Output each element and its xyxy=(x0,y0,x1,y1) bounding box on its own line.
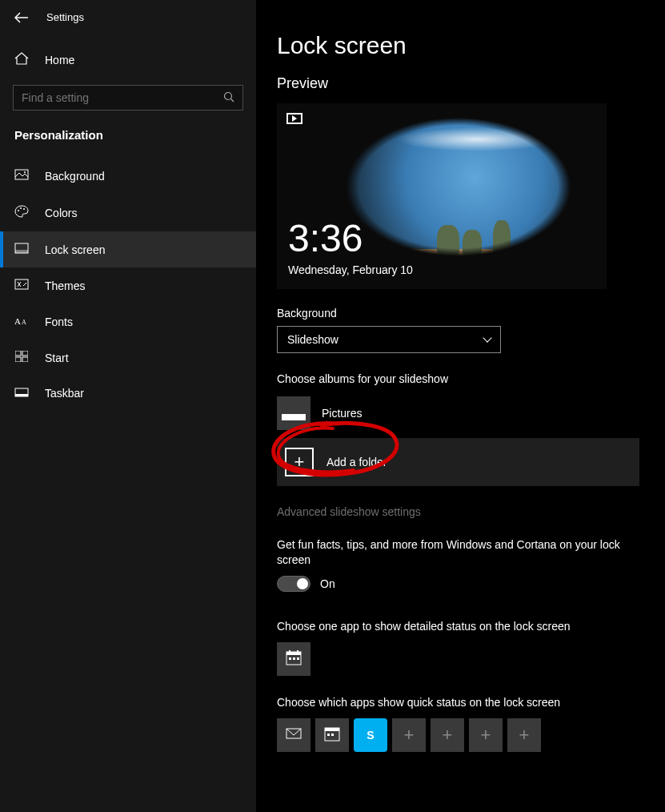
plus-icon: + xyxy=(443,725,453,746)
content-area: Lock screen Preview 3:36 Wednesday, Febr… xyxy=(256,0,665,812)
svg-rect-7 xyxy=(15,250,28,253)
detailed-status-app[interactable] xyxy=(277,642,310,676)
search-input-container[interactable] xyxy=(13,85,243,111)
calendar-icon xyxy=(285,649,302,669)
preview-time: 3:36 xyxy=(288,216,363,260)
sidebar-home[interactable]: Home xyxy=(0,42,256,77)
svg-point-0 xyxy=(225,92,232,99)
tips-label: Get fun facts, tips, and more from Windo… xyxy=(277,537,629,568)
sidebar-item-fonts[interactable]: AA Fonts xyxy=(0,303,256,340)
svg-rect-27 xyxy=(327,734,330,736)
picture-icon xyxy=(14,169,29,183)
add-folder-button[interactable]: + Add a folder xyxy=(277,438,639,486)
taskbar-icon xyxy=(14,387,29,400)
plus-icon: + xyxy=(481,725,491,746)
sidebar-header: Settings xyxy=(0,11,256,38)
background-label: Background xyxy=(277,307,639,320)
sidebar-item-label: Themes xyxy=(45,279,86,292)
detailed-status-label: Choose one app to show detailed status o… xyxy=(277,619,629,634)
preview-heading: Preview xyxy=(277,75,639,92)
lockscreen-preview: 3:36 Wednesday, February 10 xyxy=(277,103,607,289)
quick-status-app-calendar[interactable] xyxy=(315,718,349,752)
preview-date: Wednesday, February 10 xyxy=(288,263,413,276)
svg-text:A: A xyxy=(14,316,21,326)
app-title: Settings xyxy=(46,11,84,23)
svg-point-4 xyxy=(20,207,22,209)
svg-rect-8 xyxy=(15,279,28,289)
plus-icon: + xyxy=(285,448,314,476)
sidebar-section-header: Personalization xyxy=(0,123,256,158)
svg-text:A: A xyxy=(22,319,26,326)
background-dropdown[interactable]: Slideshow xyxy=(277,326,501,353)
sidebar-item-label: Background xyxy=(45,170,105,183)
album-thumbnail xyxy=(277,396,310,430)
sidebar-item-lockscreen[interactable]: Lock screen xyxy=(0,231,256,267)
quick-status-app-skype[interactable]: S xyxy=(354,718,387,752)
start-icon xyxy=(14,351,29,364)
svg-rect-22 xyxy=(293,657,295,660)
background-dropdown-value: Slideshow xyxy=(287,333,339,346)
svg-rect-14 xyxy=(22,357,28,362)
skype-icon: S xyxy=(367,729,374,742)
quick-status-label: Choose which apps show quick status on t… xyxy=(277,695,629,710)
plus-icon: + xyxy=(404,725,415,746)
svg-point-3 xyxy=(18,210,19,211)
sidebar-item-start[interactable]: Start xyxy=(0,340,256,376)
calendar-icon xyxy=(323,725,341,745)
chevron-down-icon xyxy=(483,333,491,342)
plus-icon: + xyxy=(519,725,530,746)
svg-rect-21 xyxy=(289,657,291,660)
svg-rect-28 xyxy=(331,734,334,736)
quick-status-add-1[interactable]: + xyxy=(392,718,426,752)
sidebar-item-label: Start xyxy=(45,352,69,364)
sidebar: Settings Home Personalization Background… xyxy=(0,0,256,812)
album-item[interactable]: Pictures xyxy=(277,392,639,438)
slideshow-icon xyxy=(286,113,302,124)
home-icon xyxy=(14,52,29,67)
sidebar-item-label: Taskbar xyxy=(45,387,84,400)
sidebar-item-colors[interactable]: Colors xyxy=(0,194,256,231)
svg-point-5 xyxy=(23,208,25,210)
sidebar-item-themes[interactable]: Themes xyxy=(0,267,256,303)
sidebar-item-label: Fonts xyxy=(45,316,73,328)
quick-status-add-4[interactable]: + xyxy=(507,718,541,752)
svg-rect-13 xyxy=(15,357,21,362)
svg-rect-11 xyxy=(15,351,21,356)
svg-rect-12 xyxy=(22,351,28,356)
fonts-icon: AA xyxy=(14,315,29,328)
sidebar-item-taskbar[interactable]: Taskbar xyxy=(0,376,256,411)
quick-status-add-3[interactable]: + xyxy=(469,718,503,752)
sidebar-item-background[interactable]: Background xyxy=(0,158,256,194)
mail-icon xyxy=(285,725,302,745)
svg-rect-18 xyxy=(286,652,301,655)
lockscreen-icon xyxy=(14,243,29,256)
svg-rect-16 xyxy=(15,394,28,396)
advanced-settings-link[interactable]: Advanced slideshow settings xyxy=(277,505,639,518)
tips-toggle-value: On xyxy=(320,577,335,590)
themes-icon xyxy=(14,279,29,292)
quick-status-add-2[interactable]: + xyxy=(431,718,464,752)
svg-rect-23 xyxy=(297,657,299,660)
tips-toggle[interactable] xyxy=(277,576,310,592)
search-icon xyxy=(223,91,234,105)
back-icon[interactable] xyxy=(14,12,29,23)
palette-icon xyxy=(14,205,29,220)
sidebar-home-label: Home xyxy=(45,54,74,66)
search-input[interactable] xyxy=(22,91,223,104)
albums-label: Choose albums for your slideshow xyxy=(277,372,639,385)
sidebar-item-label: Colors xyxy=(45,207,77,219)
quick-status-app-mail[interactable] xyxy=(277,718,310,752)
sidebar-item-label: Lock screen xyxy=(45,243,105,256)
album-name: Pictures xyxy=(322,407,363,420)
svg-rect-26 xyxy=(325,728,339,731)
svg-point-2 xyxy=(24,171,26,173)
page-title: Lock screen xyxy=(277,32,639,59)
add-folder-label: Add a folder xyxy=(326,456,387,468)
